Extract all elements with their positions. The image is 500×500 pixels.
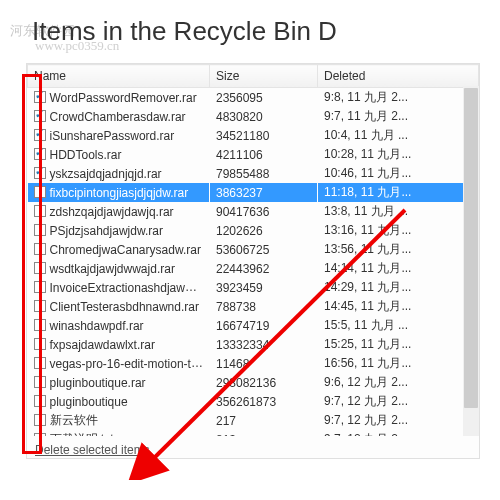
file-size: 90417636	[210, 202, 318, 221]
table-row[interactable]: pluginboutique3562618739:7, 12 九月 2...	[28, 392, 479, 411]
table-row[interactable]: zdshzqajdjawjdawjq.rar9041763613:8, 11 九…	[28, 202, 479, 221]
vertical-scrollbar[interactable]	[463, 86, 479, 436]
row-checkbox[interactable]	[34, 338, 46, 350]
file-name: CrowdChamberasdaw.rar	[50, 110, 186, 124]
file-name: WordPasswordRemover.rar	[50, 91, 197, 105]
file-table: Name Size Deleted WordPasswordRemover.ra…	[27, 64, 479, 436]
file-deleted: 16:56, 11 九月...	[318, 354, 479, 373]
row-checkbox[interactable]	[34, 319, 46, 331]
table-row[interactable]: fxpsajdawdawlxt.rar1333233415:25, 11 九月.…	[28, 335, 479, 354]
row-checkbox[interactable]	[34, 224, 46, 236]
table-row[interactable]: pluginboutique.rar2930821369:6, 12 九月 2.…	[28, 373, 479, 392]
file-size: 4211106	[210, 145, 318, 164]
row-checkbox[interactable]	[34, 186, 46, 198]
file-size: 788738	[210, 297, 318, 316]
row-checkbox[interactable]	[34, 148, 46, 160]
file-size: 3863237	[210, 183, 318, 202]
table-row[interactable]: HDDTools.rar421110610:28, 11 九月...	[28, 145, 479, 164]
file-name: ClientTesterasbdhnawnd.rar	[50, 300, 199, 314]
file-name: yskzsajdqjadnjqjd.rar	[50, 167, 162, 181]
table-row[interactable]: InvoiceExtractionashdjawnd...392345914:2…	[28, 278, 479, 297]
file-deleted: 14:29, 11 九月...	[318, 278, 479, 297]
row-checkbox[interactable]	[34, 414, 46, 426]
page-title: Items in the Recycle Bin D	[0, 0, 500, 55]
table-row[interactable]: vegas-pro-16-edit-motion-tr...1146816:56…	[28, 354, 479, 373]
col-size[interactable]: Size	[210, 65, 318, 88]
file-deleted: 15:25, 11 九月...	[318, 335, 479, 354]
file-deleted: 9:7, 12 九月 2...	[318, 411, 479, 430]
table-row[interactable]: CrowdChamberasdaw.rar48308209:7, 11 九月 2…	[28, 107, 479, 126]
file-deleted: 9:7, 12 九月 2...	[318, 392, 479, 411]
file-deleted: 9:8, 11 九月 2...	[318, 88, 479, 108]
table-row[interactable]: wsdtkajdjawjdwwajd.rar2244396214:14, 11 …	[28, 259, 479, 278]
row-checkbox[interactable]	[34, 243, 46, 255]
file-size: 22443962	[210, 259, 318, 278]
file-deleted: 13:8, 11 九月 ...	[318, 202, 479, 221]
file-size: 217	[210, 411, 318, 430]
table-row[interactable]: ChromedjwaCanarysadw.rar5360672513:56, 1…	[28, 240, 479, 259]
file-deleted: 14:45, 11 九月...	[318, 297, 479, 316]
row-checkbox[interactable]	[34, 300, 46, 312]
row-checkbox[interactable]	[34, 281, 46, 293]
file-name: HDDTools.rar	[50, 148, 122, 162]
row-checkbox[interactable]	[34, 205, 46, 217]
table-row[interactable]: ClientTesterasbdhnawnd.rar78873814:45, 1…	[28, 297, 479, 316]
file-name: 下载说明.txt	[50, 432, 114, 436]
file-deleted: 9:7, 11 九月 2...	[318, 107, 479, 126]
scrollbar-thumb[interactable]	[464, 88, 478, 408]
row-checkbox[interactable]	[34, 91, 46, 103]
file-deleted: 13:56, 11 九月...	[318, 240, 479, 259]
file-size: 293082136	[210, 373, 318, 392]
row-checkbox[interactable]	[34, 357, 46, 369]
row-checkbox[interactable]	[34, 262, 46, 274]
file-size: 3923459	[210, 278, 318, 297]
file-size: 356261873	[210, 392, 318, 411]
file-list-panel: Name Size Deleted WordPasswordRemover.ra…	[26, 63, 480, 459]
file-deleted: 14:14, 11 九月...	[318, 259, 479, 278]
file-name: 新云软件	[50, 413, 98, 427]
file-size: 13332334	[210, 335, 318, 354]
file-deleted: 9:6, 12 九月 2...	[318, 373, 479, 392]
col-name[interactable]: Name	[28, 65, 210, 88]
row-checkbox[interactable]	[34, 395, 46, 407]
file-name: pluginboutique.rar	[50, 376, 146, 390]
row-checkbox[interactable]	[34, 129, 46, 141]
table-row[interactable]: PSjdzjsahdjawjdw.rar120262613:16, 11 九月.…	[28, 221, 479, 240]
file-name: ChromedjwaCanarysadw.rar	[50, 243, 201, 257]
table-row[interactable]: iSunsharePassword.rar3452118010:4, 11 九月…	[28, 126, 479, 145]
file-name: wsdtkajdjawjdwwajd.rar	[50, 262, 175, 276]
table-row[interactable]: fixbcipintongjiasjdjqjdw.rar386323711:18…	[28, 183, 479, 202]
delete-selected-link[interactable]: Delete selected items	[35, 443, 150, 457]
file-size: 1202626	[210, 221, 318, 240]
file-size: 53606725	[210, 240, 318, 259]
file-size: 4830820	[210, 107, 318, 126]
file-name: winashdawpdf.rar	[50, 319, 144, 333]
file-name: fxpsajdawdawlxt.rar	[50, 338, 155, 352]
row-checkbox[interactable]	[34, 110, 46, 122]
table-row[interactable]: WordPasswordRemover.rar23560959:8, 11 九月…	[28, 88, 479, 108]
table-row[interactable]: 下载说明.txt8139:7, 12 九月 2...	[28, 430, 479, 436]
file-size: 79855488	[210, 164, 318, 183]
table-row[interactable]: winashdawpdf.rar1667471915:5, 11 九月 ...	[28, 316, 479, 335]
file-name: iSunsharePassword.rar	[50, 129, 175, 143]
file-name: InvoiceExtractionashdjawnd...	[50, 280, 209, 295]
col-deleted[interactable]: Deleted	[318, 65, 479, 88]
file-size: 2356095	[210, 88, 318, 108]
file-name: PSjdzjsahdjawjdw.rar	[50, 224, 163, 238]
row-checkbox[interactable]	[34, 433, 46, 437]
row-checkbox[interactable]	[34, 167, 46, 179]
file-name: pluginboutique	[50, 395, 128, 409]
table-row[interactable]: 新云软件2179:7, 12 九月 2...	[28, 411, 479, 430]
file-deleted: 10:28, 11 九月...	[318, 145, 479, 164]
file-size: 11468	[210, 354, 318, 373]
file-name: vegas-pro-16-edit-motion-tr...	[50, 356, 205, 371]
row-checkbox[interactable]	[34, 376, 46, 388]
file-deleted: 13:16, 11 九月...	[318, 221, 479, 240]
file-deleted: 15:5, 11 九月 ...	[318, 316, 479, 335]
table-row[interactable]: yskzsajdqjadnjqjd.rar7985548810:46, 11 九…	[28, 164, 479, 183]
file-deleted: 11:18, 11 九月...	[318, 183, 479, 202]
file-name: fixbcipintongjiasjdjqjdw.rar	[50, 186, 189, 200]
file-size: 813	[210, 430, 318, 436]
file-deleted: 9:7, 12 九月 2...	[318, 430, 479, 436]
file-deleted: 10:4, 11 九月 ...	[318, 126, 479, 145]
